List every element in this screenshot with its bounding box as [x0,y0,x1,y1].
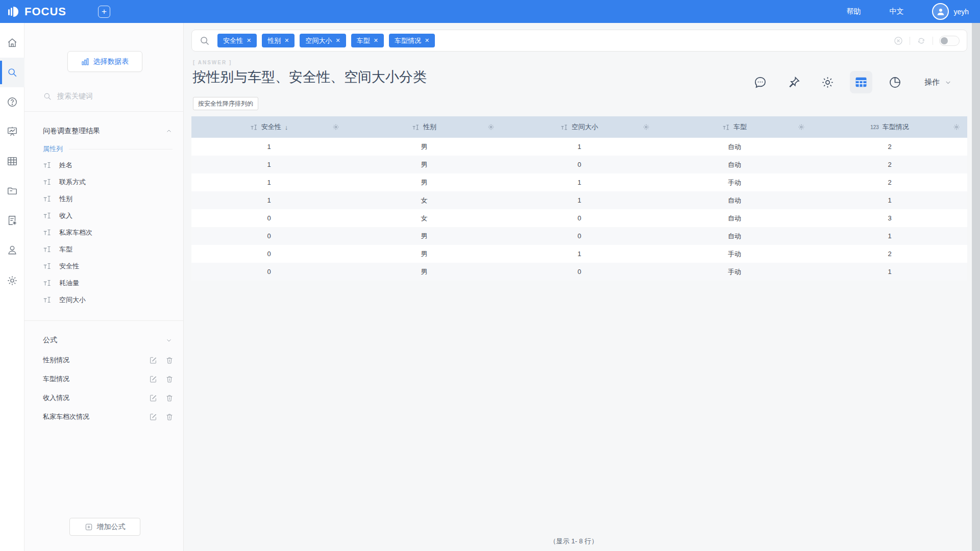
nav-folder[interactable] [0,176,24,206]
attribute-item[interactable]: 耗油量 [43,274,173,291]
table-row[interactable]: 1男1自动2 [191,138,967,156]
column-gear-icon[interactable] [953,123,960,131]
topbar: FOCUS + 帮助 中文 yeyh [0,0,980,23]
settings-button[interactable] [816,71,839,93]
row-count-footer: （显示 1- 8 行） [184,537,964,546]
nav-user[interactable] [0,235,24,265]
help-link[interactable]: 帮助 [846,7,861,16]
query-tag[interactable]: 车型✕ [351,34,384,47]
table-row[interactable]: 0男0手动1 [191,263,967,281]
attribute-item[interactable]: 安全性 [43,258,173,274]
user-avatar[interactable] [932,3,949,20]
column-header[interactable]: 空间大小 [502,116,657,138]
edit-icon[interactable] [149,375,157,383]
chart-view-button[interactable] [884,71,906,93]
auto-run-toggle[interactable] [939,36,960,46]
comment-button[interactable] [749,71,771,93]
nav-report-config[interactable] [0,206,24,235]
clear-query-icon[interactable] [893,36,903,46]
gear-icon [7,275,18,286]
divider [24,320,184,321]
nav-help[interactable] [0,87,24,117]
refresh-icon[interactable] [916,36,926,46]
brand-bars-icon [7,5,20,18]
attribute-type-icon [43,194,52,203]
result-table: 安全性 ↓ 性别 空间大小 车型 123 车型情况 [191,116,967,281]
keyword-search-input[interactable]: 搜索关键词 [43,92,165,101]
query-tag[interactable]: 安全性✕ [217,34,257,47]
nav-dashboard[interactable] [0,117,24,146]
table-row[interactable]: 1男0自动2 [191,156,967,173]
select-datatable-button[interactable]: 选择数据表 [67,51,142,72]
table-view-button[interactable] [850,71,872,93]
sort-desc-icon[interactable]: ↓ [285,123,288,131]
attribute-item[interactable]: 收入 [43,207,173,224]
attribute-item[interactable]: 姓名 [43,157,173,173]
edit-icon[interactable] [149,413,157,421]
table-row[interactable]: 1男1手动2 [191,173,967,191]
nav-search[interactable] [0,58,24,87]
formula-item[interactable]: 车型情况 [43,369,174,388]
formula-section-header[interactable]: 公式 [43,336,172,345]
query-tag[interactable]: 车型情况✕ [389,34,435,47]
table-row[interactable]: 1女1自动1 [191,191,967,209]
nav-data-table[interactable] [0,146,24,176]
divider [933,37,933,45]
nav-home[interactable] [0,28,24,58]
add-formula-button[interactable]: 增加公式 [69,518,140,536]
query-tag[interactable]: 空间大小✕ [300,34,346,47]
delete-icon[interactable] [165,394,174,402]
column-gear-icon[interactable] [487,123,495,131]
column-gear-icon[interactable] [798,123,805,131]
attribute-columns-header: 属性列 [43,144,173,154]
delete-icon[interactable] [165,375,174,383]
username[interactable]: yeyh [953,8,969,16]
nav-settings[interactable] [0,266,24,295]
delete-icon[interactable] [165,413,174,421]
attribute-type-icon [43,262,52,270]
query-tag[interactable]: 性别✕ [262,34,295,47]
table-row[interactable]: 0男0自动1 [191,227,967,245]
dataset-title: 问卷调查整理结果 [43,127,100,136]
search-icon [43,92,52,101]
close-icon[interactable]: ✕ [374,37,378,44]
attribute-item[interactable]: 车型 [43,241,173,258]
vertical-scrollbar[interactable] [972,23,980,551]
close-icon[interactable]: ✕ [247,37,251,44]
formula-item[interactable]: 私家车档次情况 [43,407,174,426]
new-search-button[interactable]: + [98,6,110,18]
delete-icon[interactable] [165,356,174,364]
operate-dropdown[interactable]: 操作 [924,78,951,87]
chevron-down-icon[interactable] [166,337,172,343]
table-header-row: 安全性 ↓ 性别 空间大小 车型 123 车型情况 [191,116,967,138]
column-header[interactable]: 性别 [347,116,502,138]
attribute-item[interactable]: 空间大小 [43,291,173,308]
column-gear-icon[interactable] [332,123,339,131]
column-header[interactable]: 车型 [657,116,812,138]
attribute-item[interactable]: 私家车档次 [43,224,173,241]
close-icon[interactable]: ✕ [284,37,289,44]
grid-icon [7,156,18,167]
column-gear-icon[interactable] [643,123,650,131]
query-searchbar[interactable]: 安全性✕ 性别✕ 空间大小✕ 车型✕ 车型情况✕ [191,30,967,52]
close-icon[interactable]: ✕ [425,37,429,44]
language-link[interactable]: 中文 [889,7,903,16]
chevron-up-icon[interactable] [166,128,172,134]
attribute-item[interactable]: 联系方式 [43,173,173,190]
table-row[interactable]: 0女0自动3 [191,209,967,227]
edit-icon[interactable] [149,356,157,364]
table-row[interactable]: 0男1手动2 [191,245,967,263]
nav-rail [0,23,24,551]
pin-button[interactable] [782,71,805,93]
edit-icon[interactable] [149,394,157,402]
column-header[interactable]: 安全性 ↓ [191,116,347,138]
formula-item[interactable]: 收入情况 [43,388,174,407]
select-datatable-label: 选择数据表 [93,57,129,66]
attribute-type-icon [412,123,420,131]
attribute-columns-label: 属性列 [43,144,63,154]
close-icon[interactable]: ✕ [335,37,340,44]
dataset-section-header[interactable]: 问卷调查整理结果 [43,127,172,136]
column-header[interactable]: 123 车型情况 [812,116,967,138]
attribute-item[interactable]: 性别 [43,190,173,207]
formula-item[interactable]: 性别情况 [43,350,174,369]
